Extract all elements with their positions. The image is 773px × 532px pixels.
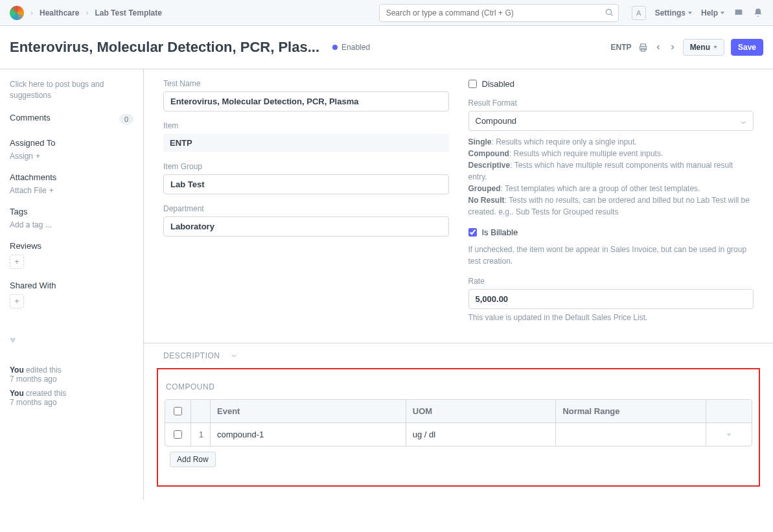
- next-doc-icon[interactable]: [669, 43, 676, 51]
- compound-section-head[interactable]: COMPOUND: [158, 369, 759, 399]
- chevron-down-icon: [739, 119, 747, 126]
- app-logo[interactable]: [10, 6, 24, 20]
- save-button[interactable]: Save: [731, 39, 763, 56]
- comments-label[interactable]: Comments: [10, 113, 51, 122]
- menu-button[interactable]: Menu: [683, 39, 724, 56]
- global-search[interactable]: [379, 4, 619, 22]
- help-menu[interactable]: Help: [701, 8, 724, 17]
- row-checkbox[interactable]: [174, 430, 182, 439]
- assign-action[interactable]: Assign +: [10, 152, 133, 161]
- audit-edited: You edited this 7 months ago: [10, 365, 133, 384]
- grid-header: Event UOM Normal Range: [165, 400, 752, 423]
- right-column: Disabled Result Format Single: Results w…: [468, 79, 754, 333]
- add-share-button[interactable]: +: [10, 294, 24, 308]
- caret-down-icon: [713, 46, 717, 49]
- cell-event[interactable]: compound-1: [211, 423, 406, 446]
- svg-point-0: [606, 9, 611, 14]
- caret-down-icon: [721, 12, 724, 14]
- chevron-right-icon: ›: [30, 8, 33, 17]
- page-title: Enterovirus, Molecular Detection, PCR, P…: [10, 39, 319, 56]
- billable-label: Is Billable: [482, 227, 518, 237]
- tags-label: Tags: [10, 207, 133, 216]
- page-header: Enterovirus, Molecular Detection, PCR, P…: [0, 26, 773, 69]
- search-input[interactable]: [379, 4, 619, 22]
- attach-action[interactable]: Attach File +: [10, 186, 133, 195]
- form-section: Test Name Item ENTP Item Group Departmen…: [144, 69, 773, 343]
- rate-label: Rate: [468, 277, 754, 286]
- caret-down-icon: [688, 12, 692, 14]
- description-section-head[interactable]: DESCRIPTION: [144, 343, 773, 368]
- main-content: Test Name Item ENTP Item Group Departmen…: [143, 69, 773, 500]
- col-uom: UOM: [406, 400, 557, 422]
- reviews-label: Reviews: [10, 241, 133, 251]
- layout: Click here to post bugs and suggestions …: [0, 69, 773, 500]
- department-input[interactable]: [163, 216, 449, 237]
- status-dot-icon: [332, 45, 338, 50]
- row-actions[interactable]: [706, 423, 752, 446]
- result-format-select[interactable]: [468, 111, 754, 131]
- add-row-button[interactable]: Add Row: [170, 452, 216, 467]
- caret-down-icon: [725, 431, 733, 439]
- status-indicator: Enabled: [332, 43, 370, 52]
- cell-range[interactable]: [556, 423, 706, 446]
- table-row[interactable]: 1 compound-1 ug / dl: [165, 423, 752, 446]
- select-all-checkbox[interactable]: [174, 407, 182, 415]
- item-group-input[interactable]: [163, 174, 449, 194]
- left-column: Test Name Item ENTP Item Group Departmen…: [163, 79, 449, 333]
- cell-uom[interactable]: ug / dl: [406, 423, 557, 446]
- prev-doc-icon[interactable]: [654, 43, 662, 51]
- user-avatar[interactable]: A: [632, 6, 646, 20]
- bell-icon[interactable]: [753, 8, 763, 18]
- bugs-link[interactable]: Click here to post bugs and suggestions: [10, 79, 133, 101]
- chat-icon[interactable]: [733, 8, 744, 18]
- test-name-input[interactable]: [163, 91, 449, 111]
- item-group-label: Item Group: [163, 162, 449, 171]
- comments-count: 0: [119, 114, 133, 124]
- add-review-button[interactable]: +: [10, 255, 24, 269]
- rate-input[interactable]: [468, 289, 754, 309]
- audit-created: You created this 7 months ago: [10, 389, 133, 407]
- chevron-down-icon: [230, 352, 238, 360]
- breadcrumb: › Healthcare › Lab Test Template: [30, 8, 162, 17]
- sidebar: Click here to post bugs and suggestions …: [0, 69, 143, 500]
- compound-grid: Event UOM Normal Range 1 compound-1 ug /…: [165, 399, 752, 446]
- result-format-label: Result Format: [468, 98, 754, 108]
- plus-icon: +: [49, 186, 54, 195]
- item-label: Item: [163, 121, 449, 130]
- navbar: › Healthcare › Lab Test Template A Setti…: [0, 0, 773, 26]
- page-actions: ENTP Menu Save: [611, 39, 763, 56]
- chevron-right-icon: ›: [86, 8, 88, 17]
- billable-checkbox[interactable]: [468, 228, 477, 237]
- svg-marker-5: [726, 434, 732, 436]
- search-icon: [605, 8, 614, 17]
- rate-help: This value is updated in the Default Sal…: [468, 312, 754, 323]
- result-format-help: Single: Results which require only a sin…: [468, 136, 754, 218]
- col-event: Event: [211, 400, 406, 422]
- department-label: Department: [163, 204, 449, 213]
- nav-right: A Settings Help: [632, 6, 763, 20]
- svg-line-1: [610, 14, 612, 16]
- compound-grid-wrap: Event UOM Normal Range 1 compound-1 ug /…: [158, 399, 759, 472]
- row-index: 1: [191, 423, 211, 446]
- settings-menu[interactable]: Settings: [655, 8, 692, 17]
- tags-action[interactable]: Add a tag ...: [10, 220, 133, 229]
- doc-code: ENTP: [611, 43, 632, 52]
- billable-help: If unchecked, the item wont be appear in…: [468, 244, 754, 267]
- breadcrumb-lab-test-template[interactable]: Lab Test Template: [95, 8, 162, 17]
- test-name-label: Test Name: [163, 79, 449, 88]
- shared-label: Shared With: [10, 281, 133, 290]
- plus-icon: +: [36, 152, 40, 161]
- like-icon[interactable]: ♥: [10, 334, 133, 346]
- print-icon[interactable]: [638, 43, 648, 52]
- item-value: ENTP: [163, 133, 449, 152]
- attachments-label: Attachments: [10, 172, 133, 182]
- assigned-label: Assigned To: [10, 138, 133, 148]
- breadcrumb-healthcare[interactable]: Healthcare: [40, 8, 79, 17]
- compound-section: COMPOUND Event UOM Normal Range 1: [157, 368, 760, 487]
- disabled-checkbox[interactable]: [468, 80, 477, 88]
- col-range: Normal Range: [556, 400, 706, 422]
- disabled-label: Disabled: [482, 79, 515, 89]
